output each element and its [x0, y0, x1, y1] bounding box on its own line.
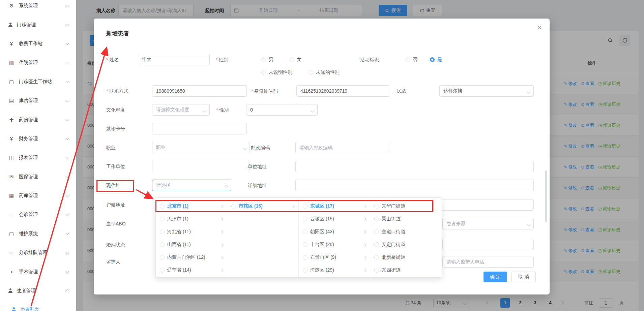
idcard-input[interactable]: [296, 85, 390, 97]
sidebar-item-label: 收费工作站: [19, 41, 66, 47]
patient-source-select[interactable]: 患者来源: [442, 218, 534, 229]
radio-female[interactable]: 女: [289, 54, 301, 65]
radio-gender-unknown[interactable]: 未知的性别: [309, 67, 340, 78]
sidebar-item-insurance[interactable]: 医保管理: [0, 167, 76, 186]
cascader-option-donghuamen[interactable]: 东华门街道: [370, 200, 442, 213]
marital-right-input[interactable]: [442, 239, 534, 250]
sidebar-item-warehouse[interactable]: 库房管理: [0, 91, 76, 110]
person-icon: [11, 307, 16, 311]
unit-address-input[interactable]: [295, 161, 534, 172]
name-input[interactable]: [138, 54, 210, 65]
person-icon: [8, 288, 13, 293]
cascader-option-jiaodaokou[interactable]: 交道口街道: [370, 225, 442, 238]
cascader-option-beixinqiao[interactable]: 北新桥街道: [370, 251, 442, 264]
current-address-cascader-select[interactable]: 请选择: [152, 180, 231, 191]
chevron-down-icon: [65, 250, 69, 254]
cascader-option-xicheng[interactable]: 西城区 (15): [299, 213, 370, 225]
option-label: 西城区 (15): [310, 216, 334, 222]
occupation-select[interactable]: 职业: [152, 142, 250, 153]
name-label: 姓名: [106, 54, 119, 65]
cascader-option-shixiaqu[interactable]: 市辖区 (16): [227, 200, 298, 213]
select-placeholder: 患者来源: [446, 221, 465, 227]
sidebar-item-label: 系统管理: [19, 3, 66, 9]
chevron-down-icon: [65, 22, 69, 26]
visit-card-input[interactable]: [152, 123, 247, 134]
chevron-down-icon: [203, 108, 206, 112]
sidebar-item-consultation[interactable]: 会诊管理: [0, 205, 76, 224]
option-label: 辽宁省 (14): [167, 267, 191, 273]
sidebar-item-doctor-station[interactable]: 门诊医生工作站: [0, 72, 76, 91]
modal-scrollbar[interactable]: [545, 170, 547, 222]
radio-active-no[interactable]: 否: [405, 54, 417, 65]
sidebar-item-surgery[interactable]: 手术管理: [0, 262, 76, 281]
cascader-option-hebei[interactable]: 河北省 (11): [156, 225, 227, 238]
select-placeholder: 职业: [156, 145, 166, 151]
radio-active-yes[interactable]: 是: [430, 54, 442, 65]
option-label: 内蒙古自治区 (12): [167, 254, 205, 260]
cascader-option-chaoyang[interactable]: 朝阳区 (43): [299, 225, 370, 238]
workunit-input[interactable]: [152, 161, 250, 172]
sidebar-item-pharmacy[interactable]: 药房管理: [0, 110, 76, 129]
radio-gender-unstated[interactable]: 未说明性别: [261, 67, 292, 78]
nation-select[interactable]: 达斡尔族: [439, 85, 534, 97]
radio-icon: [160, 229, 165, 234]
cancel-button[interactable]: 取 消: [511, 272, 536, 282]
visit-card-label: 就诊卡号: [106, 123, 125, 134]
radio-icon: [405, 57, 410, 62]
sidebar-item-report[interactable]: 报表管理: [0, 148, 76, 167]
sidebar-item-patient-management[interactable]: 患者管理: [0, 281, 76, 300]
sidebar-item-system[interactable]: 系统管理: [0, 0, 76, 15]
radio-icon: [303, 204, 308, 209]
cascader-option-shanxi[interactable]: 山西省 (11): [156, 238, 227, 251]
sidebar-item-outpatient[interactable]: 门诊管理: [0, 15, 76, 34]
cascader-option-shijingshan[interactable]: 石景山区 (9): [299, 251, 370, 264]
cascader-option-jingshan[interactable]: 景山街道: [370, 213, 442, 225]
radio-icon: [231, 204, 236, 209]
cascader-option-neimenggu[interactable]: 内蒙古自治区 (12): [156, 251, 227, 264]
cascader-option-fengtai[interactable]: 丰台区 (26): [299, 238, 370, 251]
sidebar-item-maintenance[interactable]: 维护系统: [0, 224, 76, 243]
sidebar-item-label: 住院管理: [19, 60, 66, 66]
sidebar-item-finance[interactable]: 财务管理: [0, 129, 76, 148]
radio-label: 女: [297, 57, 301, 63]
chevron-right-icon: [363, 218, 367, 221]
chevron-down-icon: [65, 41, 69, 45]
guardian-phone-input[interactable]: [442, 256, 534, 268]
cascader-option-dongcheng[interactable]: 东城区 (17): [299, 200, 370, 213]
confirm-button[interactable]: 确 定: [484, 272, 507, 282]
sidebar-item-triage-queue[interactable]: 分诊排队管理: [0, 243, 76, 262]
chevron-down-icon: [65, 136, 69, 140]
list-icon: [8, 250, 15, 256]
gender2-select[interactable]: 0: [246, 104, 318, 116]
screen: 系统管理 门诊管理 收费工作站 住院管理 门诊医生工作站 库房管理 药房管理 财…: [0, 0, 644, 311]
cascader-option-tianjin[interactable]: 天津市 (1): [156, 213, 227, 225]
sidebar-item-label: 门诊管理: [17, 22, 66, 28]
active-flag-label: 活动标识: [360, 54, 379, 65]
close-icon[interactable]: ×: [537, 24, 541, 31]
sidebar-item-charging[interactable]: 收费工作站: [0, 34, 76, 53]
address-cascader-panel: 北京市 (1) 天津市 (1) 河北省 (11) 山西省 (11) 内蒙古自治区…: [155, 197, 442, 278]
cascader-option-andingmen[interactable]: 安定门街道: [370, 238, 442, 251]
radio-checked-icon: [430, 57, 435, 62]
cascader-option-haidian[interactable]: 海淀区 (29): [299, 264, 370, 277]
option-label: 北新桥街道: [382, 254, 405, 260]
cascader-option-liaoning[interactable]: 辽宁省 (14): [156, 264, 227, 277]
radio-male[interactable]: 男: [261, 54, 273, 65]
option-label: 山西省 (11): [167, 242, 191, 248]
cascader-option-beijing[interactable]: 北京市 (1): [156, 200, 227, 213]
mail-icon: [8, 174, 15, 180]
contact-input[interactable]: [152, 85, 247, 97]
education-select[interactable]: 请选择文化程度: [152, 104, 210, 116]
chevron-down-icon: [65, 155, 69, 159]
sidebar-item-patient-list[interactable]: 患者列表: [0, 300, 76, 311]
option-label: 丰台区 (26): [310, 242, 334, 248]
sidebar-item-drugstore[interactable]: 药库管理: [0, 186, 76, 205]
detail-address-input[interactable]: [295, 180, 534, 191]
radio-icon: [303, 242, 308, 247]
chevron-right-icon: [220, 205, 224, 208]
sidebar-item-inpatient[interactable]: 住院管理: [0, 53, 76, 72]
postcode-input[interactable]: [295, 142, 391, 153]
chevron-right-icon: [363, 205, 367, 208]
cascader-option-dongsi[interactable]: 东四街道: [370, 264, 442, 277]
grid-icon: [8, 193, 15, 199]
